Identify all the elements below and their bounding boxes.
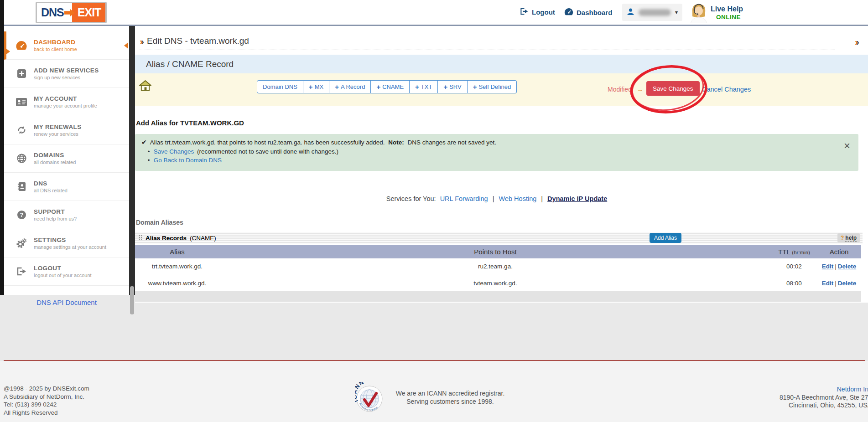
ttl-cell: 08:00 <box>771 275 817 291</box>
gears-icon <box>15 238 28 248</box>
plus-square-icon <box>15 69 28 78</box>
id-card-icon <box>15 98 28 107</box>
alias-cell: trt.tvteam.work.gd. <box>135 258 219 275</box>
live-help-status: ONLINE <box>716 14 743 21</box>
logout-label: Logout <box>532 8 555 16</box>
delete-link[interactable]: Delete <box>838 280 857 287</box>
footer-company-block: Netdorm Inc 8190-A Beechmont Ave, Ste 27… <box>780 386 868 410</box>
sign-out-icon <box>15 267 28 276</box>
host-cell: tvteam.work.gd. <box>219 275 771 291</box>
save-changes-hint-line: • Save Changes (recommented not to save … <box>141 147 852 156</box>
sidebar-item-my-account[interactable]: MY ACCOUNTmanage your account profile <box>4 88 129 116</box>
action-cell: Edit|Delete <box>817 275 861 291</box>
alias-records-subtitle: (CNAME) <box>190 235 216 242</box>
url-forwarding-link[interactable]: URL Forwarding <box>440 195 488 202</box>
question-circle-icon: ? <box>15 210 28 220</box>
sidebar-item-dns[interactable]: DNSall DNS related <box>4 173 129 201</box>
domain-dns-button[interactable]: Domain DNS <box>257 80 303 93</box>
arrow-right-icon: → <box>637 86 643 93</box>
save-changes-link[interactable]: Save Changes <box>154 148 194 155</box>
footer: @1998 - 2025 by DNSExit.com A Subsidiary… <box>0 361 868 422</box>
sidebar-item-domains[interactable]: DOMAINSall domains related <box>4 144 129 173</box>
person-icon <box>627 8 634 17</box>
dns-api-document-link[interactable]: DNS API Document <box>4 298 129 306</box>
netdorm-link[interactable]: Netdorm Inc <box>780 386 868 394</box>
host-cell: ru2.team.ga. <box>219 258 771 275</box>
dashboard-icon <box>15 41 28 50</box>
add-cname-button[interactable]: +CNAME <box>371 80 410 93</box>
bullet-icon: • <box>146 147 152 156</box>
dashboard-button[interactable]: Dashboard <box>564 8 612 17</box>
home-icon[interactable] <box>139 80 152 93</box>
alias-records-table: Alias Points to Host TTL (hr:min) Action… <box>135 245 861 292</box>
column-header-action: Action <box>817 245 861 258</box>
sidebar-item-dashboard[interactable]: DASHBOARDback to client home <box>4 31 129 60</box>
help-button[interactable]: ? help <box>837 233 860 242</box>
double-chevron-icon: ›› <box>140 36 142 46</box>
sidebar-item-my-renewals[interactable]: MY RENEWALSrenew your services <box>4 116 129 144</box>
user-menu-button[interactable]: ▾ <box>622 4 682 21</box>
web-hosting-link[interactable]: Web Hosting <box>499 195 537 202</box>
cancel-changes-link[interactable]: Cancel Changes <box>702 86 751 93</box>
scrollbar-thumb[interactable] <box>130 286 134 314</box>
add-txt-button[interactable]: +TXT <box>410 80 438 93</box>
page-title: Edit DNS - tvteam.work.gd <box>147 36 249 46</box>
main-content: ›› Edit DNS - tvteam.work.gd ›› Alias / … <box>135 26 868 303</box>
edit-link[interactable]: Edit <box>822 263 834 270</box>
success-message-line: ✔Alias trt.tvteam.work.gd. that points t… <box>141 138 852 147</box>
table-footer-bar <box>135 291 861 302</box>
success-message-box: ✔Alias trt.tvteam.work.gd. that points t… <box>135 134 858 171</box>
edit-link[interactable]: Edit <box>822 280 834 287</box>
sidebar-item-add-new-services[interactable]: ADD NEW SERVICESsign up new services <box>4 60 129 88</box>
live-help-widget[interactable]: Live Help ONLINE <box>690 2 743 25</box>
icann-accredited-badge: ICANN Accredited Registrar <box>355 382 384 415</box>
sign-out-icon <box>520 8 529 16</box>
table-header-row: Alias Points to Host TTL (hr:min) Action <box>135 245 861 258</box>
drag-dots-icon <box>139 235 142 242</box>
column-header-host: Points to Host <box>219 245 771 258</box>
add-alias-button[interactable]: Add Alias <box>650 233 681 243</box>
footer-copyright-block: @1998 - 2025 by DNSExit.com A Subsidiary… <box>4 385 89 417</box>
domain-aliases-heading: Domain Aliases <box>136 219 183 226</box>
dynamic-ip-update-link[interactable]: Dynamic IP Update <box>547 195 607 202</box>
check-icon: ✔ <box>141 139 147 146</box>
toolbar-band: Domain DNS +MX +A Record +CNAME +TXT +SR… <box>135 73 868 106</box>
support-agent-avatar <box>690 2 708 25</box>
dashboard-icon <box>564 8 573 17</box>
dnsexit-logo[interactable]: DNS EXIT <box>36 2 107 23</box>
add-srv-button[interactable]: +SRV <box>438 80 467 93</box>
sidebar-item-support[interactable]: ? SUPPORTneed help from us? <box>4 201 129 229</box>
renew-arrows-icon <box>15 125 28 135</box>
delete-link[interactable]: Delete <box>838 263 857 270</box>
ttl-cell: 00:02 <box>771 258 817 275</box>
add-a-record-button[interactable]: +A Record <box>329 80 371 93</box>
column-header-ttl: TTL (hr:min) <box>771 245 817 258</box>
svg-text:?: ? <box>20 211 23 218</box>
logo-arrow-icon <box>64 3 75 22</box>
sidebar-item-settings[interactable]: SETTINGSmanage settings at your account <box>4 229 129 257</box>
live-help-label: Live Help <box>711 2 743 14</box>
double-chevron-right-icon[interactable]: ›› <box>855 37 858 46</box>
logo-dns-text: DNS <box>37 3 65 22</box>
address-book-icon <box>15 182 28 191</box>
sidebar-item-logout[interactable]: LOGOUTlogout out of your account <box>4 257 129 286</box>
services-for-you-line: Services for You: URL Forwarding | Web H… <box>135 195 858 202</box>
table-row: www.tvteam.work.gd. tvteam.work.gd. 08:0… <box>135 275 861 291</box>
save-changes-button[interactable]: Save Changes <box>646 81 700 96</box>
go-back-to-domain-dns-link[interactable]: Go Back to Domain DNS <box>154 157 222 164</box>
section-header-band: Alias / CNAME Record <box>135 55 868 73</box>
sidebar: DASHBOARDback to client home ADD NEW SER… <box>4 26 129 295</box>
add-mx-button[interactable]: +MX <box>303 80 329 93</box>
globe-icon <box>15 154 28 163</box>
section-title: Alias / CNAME Record <box>135 55 868 73</box>
icann-statement: We are an ICANN accredited registrar. Se… <box>389 389 512 406</box>
top-header: DNS EXIT Logout Dashboard ▾ <box>0 0 868 26</box>
action-cell: Edit|Delete <box>817 258 861 275</box>
logout-button[interactable]: Logout <box>520 8 555 16</box>
page-left-edge <box>0 0 4 295</box>
close-icon[interactable]: × <box>844 141 850 150</box>
modified-status-label: Modified <box>608 86 632 93</box>
add-self-defined-button[interactable]: +Self Defined <box>468 80 517 93</box>
go-back-line: • Go Back to Domain DNS <box>141 156 852 165</box>
alias-records-bar: Alias Records (CNAME) Add Alias ? help <box>135 232 863 244</box>
